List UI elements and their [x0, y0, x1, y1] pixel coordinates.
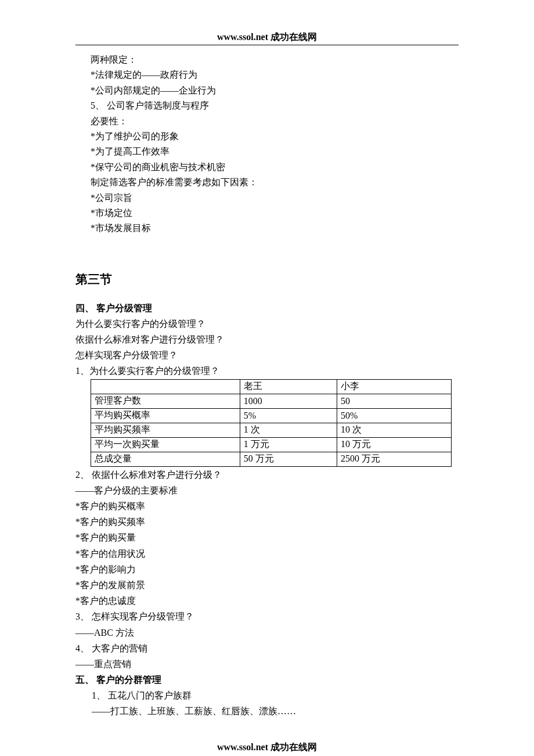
text-line: ——打工族、上班族、工薪族、红唇族、漂族…… [92, 703, 459, 719]
section-title: 第三节 [75, 271, 459, 287]
table-row: 总成交量 50 万元 2500 万元 [91, 452, 452, 466]
page-header: www.ssol.net 成功在线网 [75, 31, 459, 44]
table-cell: 1000 [240, 394, 337, 408]
text-line: *客户的影响力 [75, 561, 459, 577]
heading-5: 五、 客户的分群管理 [75, 672, 459, 687]
text-line: 依据什么标准对客户进行分级管理？ [75, 332, 459, 347]
table-cell: 1 万元 [240, 437, 337, 452]
table-cell: 5% [240, 408, 337, 423]
table-cell: 10 万元 [337, 437, 452, 452]
heading-5-block: 1、 五花八门的客户族群 ——打工族、上班族、工薪族、红唇族、漂族…… [92, 687, 459, 719]
text-line: *为了维护公司的形象 [91, 129, 459, 144]
heading-4: 四、 客户分级管理 [75, 300, 459, 316]
text-line: *市场发展目标 [91, 221, 459, 236]
table-cell [91, 379, 240, 394]
text-line: 2、 依据什么标准对客户进行分级？ [75, 467, 459, 483]
text-line: ——客户分级的主要标准 [75, 483, 459, 498]
table-row: 平均购买频率 1 次 10 次 [91, 423, 452, 437]
table-cell: 2500 万元 [337, 452, 452, 466]
table-cell: 1 次 [240, 423, 337, 437]
table-cell: 50 [337, 394, 452, 408]
text-line: *市场定位 [91, 206, 459, 221]
table-cell: 50% [337, 408, 452, 423]
text-line: *法律规定的——政府行为 [91, 67, 459, 82]
text-line: *保守公司的商业机密与技术机密 [91, 160, 459, 175]
table-cell: 10 次 [337, 423, 452, 437]
text-line: *公司宗旨 [91, 190, 459, 206]
text-line: 5、 公司客户筛选制度与程序 [91, 98, 459, 113]
text-line: 必要性： [91, 114, 459, 129]
text-line: *客户的发展前景 [75, 577, 459, 593]
question-block: 为什么要实行客户的分级管理？ 依据什么标准对客户进行分级管理？ 怎样实现客户分级… [75, 316, 459, 379]
text-line: 3、 怎样实现客户分级管理？ [75, 609, 459, 624]
text-line: 制定筛选客户的标准需要考虑如下因素： [91, 175, 459, 190]
intro-block: 两种限定： *法律规定的——政府行为 *公司内部规定的——企业行为 5、 公司客… [91, 52, 459, 236]
text-line: ——重点营销 [75, 656, 459, 672]
table-cell: 50 万元 [240, 452, 337, 466]
text-line: 1、 五花八门的客户族群 [92, 687, 459, 703]
header-divider [75, 45, 459, 45]
text-line: *公司内部规定的——企业行为 [91, 83, 459, 98]
text-line: ——ABC 方法 [75, 625, 459, 640]
page-footer: www.ssol.net 成功在线网 [75, 741, 459, 754]
text-line: 两种限定： [91, 52, 459, 67]
text-line: *客户的忠诚度 [75, 593, 459, 609]
table-cell: 小李 [337, 379, 452, 394]
text-line: 4、 大客户的营销 [75, 640, 459, 656]
table-row: 老王 小李 [91, 379, 452, 394]
table-cell: 老王 [240, 379, 337, 394]
text-line: *客户的信用状况 [75, 546, 459, 561]
text-line: *客户的购买概率 [75, 498, 459, 514]
comparison-table: 老王 小李 管理客户数 1000 50 平均购买概率 5% 50% 平均购买频率… [91, 379, 452, 467]
table-cell: 管理客户数 [91, 394, 240, 408]
table-cell: 平均购买频率 [91, 423, 240, 437]
after-table-block: 2、 依据什么标准对客户进行分级？ ——客户分级的主要标准 *客户的购买概率 *… [75, 467, 459, 672]
table-cell: 平均购买概率 [91, 408, 240, 423]
text-line: 怎样实现客户分级管理？ [75, 347, 459, 363]
document-page: www.ssol.net 成功在线网 两种限定： *法律规定的——政府行为 *公… [0, 0, 534, 756]
text-line: *客户的购买量 [75, 530, 459, 545]
text-line: *客户的购买频率 [75, 514, 459, 530]
table-row: 管理客户数 1000 50 [91, 394, 452, 408]
text-line: *为了提高工作效率 [91, 144, 459, 159]
table-cell: 总成交量 [91, 452, 240, 466]
table-cell: 平均一次购买量 [91, 437, 240, 452]
text-line: 1、为什么要实行客户的分级管理？ [75, 363, 459, 379]
table-row: 平均一次购买量 1 万元 10 万元 [91, 437, 452, 452]
table-row: 平均购买概率 5% 50% [91, 408, 452, 423]
text-line: 为什么要实行客户的分级管理？ [75, 316, 459, 332]
